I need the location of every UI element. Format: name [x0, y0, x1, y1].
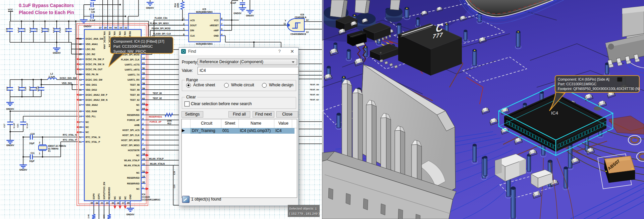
svg-text:L2: L2	[50, 73, 53, 75]
svg-text:NC: NC	[136, 188, 140, 190]
svg-text:2: 2	[39, 141, 40, 144]
svg-text:64: 64	[142, 107, 145, 110]
svg-text:NC: NC	[136, 104, 140, 106]
svg-text:GND0V: GND0V	[6, 144, 14, 146]
svg-text:63: 63	[142, 102, 145, 105]
svg-text:0.1uF: 0.1uF	[13, 123, 15, 128]
svg-text:C30: C30	[173, 184, 175, 188]
svg-text:ABS07-32.768KHz: ABS07-32.768KHz	[48, 145, 66, 147]
svg-text:0.1uF: 0.1uF	[41, 27, 43, 33]
svg-text:W25Q80BVSNIG: W25Q80BVSNIG	[196, 11, 213, 13]
svg-text:16: 16	[117, 202, 119, 204]
svg-text:0.1uF: 0.1uF	[59, 27, 61, 33]
svg-text:12: 12	[306, 19, 309, 21]
svg-text:R14: R14	[174, 3, 176, 7]
svg-text:100K: 100K	[167, 120, 172, 122]
svg-text:100K: 100K	[177, 3, 179, 8]
svg-text:LDO_IN2: LDO_IN2	[86, 53, 95, 55]
svg-text:32: 32	[124, 26, 127, 29]
svg-text:nRESET: nRESET	[210, 24, 219, 27]
svg-text:11: 11	[283, 23, 286, 25]
svg-text:VDD_DIG2: VDD_DIG2	[86, 89, 97, 91]
svg-text:C20: C20	[47, 28, 49, 32]
svg-text:GND: GND	[129, 194, 131, 200]
svg-text:1: 1	[183, 17, 184, 20]
svg-text:DCDC_DIG_SW: DCDC_DIG_SW	[60, 77, 77, 79]
svg-text:10uF: 10uF	[29, 86, 31, 91]
svg-text:UART1_TX: UART1_TX	[128, 74, 140, 76]
svg-text:DIN: DIN	[190, 29, 194, 32]
svg-text:C13: C13	[6, 87, 8, 91]
svg-text:HOST_SPI_MISO: HOST_SPI_MISO	[121, 144, 140, 146]
svg-text:0.1uF: 0.1uF	[230, 2, 236, 4]
svg-text:0.1uF: 0.1uF	[89, 8, 95, 10]
svg-text:6: 6	[183, 33, 184, 36]
svg-text:NC: NC	[136, 154, 140, 157]
svg-text:TEST_58: TEST_58	[130, 84, 140, 86]
svg-text:42: 42	[79, 68, 82, 71]
svg-text:3: 3	[221, 28, 222, 30]
svg-text:CD40938M96 B: CD40938M96 B	[290, 33, 306, 35]
svg-text:9: 9	[80, 83, 82, 86]
svg-text:6: 6	[142, 137, 144, 140]
svg-text:7: 7	[142, 142, 144, 145]
svg-text:IC4: IC4	[142, 193, 146, 195]
svg-text:2.4K: 2.4K	[88, 214, 90, 218]
svg-text:58: 58	[142, 82, 145, 85]
svg-text:HOSTINTR: HOSTINTR	[128, 149, 140, 151]
svg-text:VDD_PLL: VDD_PLL	[86, 115, 96, 118]
svg-text:VDD_DIG1: VDD_DIG1	[86, 84, 97, 86]
svg-text:TEST_59: TEST_59	[310, 88, 319, 91]
svg-text:C35: C35	[24, 87, 26, 91]
svg-text:LDO_IN1: LDO_IN1	[86, 48, 95, 50]
svg-text:DCDC_DIG_SW: DCDC_DIG_SW	[86, 79, 103, 81]
svg-text:SOP1: SOP1	[98, 193, 100, 200]
svg-text:53: 53	[142, 170, 145, 173]
svg-text:TEST_62: TEST_62	[130, 99, 140, 101]
svg-text:4: 4	[221, 33, 222, 36]
svg-text:35: 35	[91, 202, 93, 204]
svg-text:0.1uF: 0.1uF	[26, 123, 28, 128]
svg-text:GND0V: GND0V	[53, 52, 61, 54]
svg-text:1: 1	[142, 186, 144, 189]
svg-text:C19: C19	[36, 28, 38, 32]
svg-text:NC: NC	[86, 131, 89, 133]
svg-text:10pF: 10pF	[29, 142, 35, 145]
svg-text:10pF: 10pF	[29, 160, 35, 163]
svg-text:RESERVED1: RESERVED1	[149, 116, 162, 118]
svg-text:WLAN_XTALN: WLAN_XTALN	[150, 163, 165, 165]
svg-text:52: 52	[79, 136, 82, 139]
svg-text:FLASH_SPI_MOSI: FLASH_SPI_MOSI	[152, 27, 170, 30]
svg-text:FLASH_SPI_CLK: FLASH_SPI_CLK	[153, 33, 171, 35]
svg-text:TEST_62: TEST_62	[310, 98, 319, 101]
svg-text:VDD_RAM: VDD_RAM	[86, 110, 97, 113]
svg-text:Part: CC3100R11MRGC: Part: CC3100R11MRGC	[558, 82, 597, 86]
svg-text:nHIB: nHIB	[134, 124, 140, 126]
svg-text:RTC_XTAL_N: RTC_XTAL_N	[86, 136, 100, 138]
svg-text:Y: Y	[285, 19, 286, 22]
svg-text:nWP: nWP	[214, 29, 219, 32]
svg-text:34: 34	[96, 202, 98, 204]
svg-text:29: 29	[142, 175, 145, 178]
svg-text:20: 20	[112, 202, 114, 204]
svg-text:DCDC_PA_OUT: DCDC_PA_OUT	[86, 68, 103, 71]
svg-text:2: 2	[183, 23, 184, 25]
svg-text:CLK: CLK	[190, 35, 195, 37]
svg-text:Footprint: QFN65P50_900X900X10: Footprint: QFN65P50_900X900X100L40X24T73…	[558, 87, 640, 91]
svg-text:WLAN_XTALP: WLAN_XTALP	[124, 159, 140, 162]
svg-text:27: 27	[79, 121, 82, 124]
svg-text:Placed Close to Each Pin: Placed Close to Each Pin	[19, 10, 74, 15]
svg-text:47: 47	[79, 103, 82, 106]
svg-text:8: 8	[142, 127, 144, 130]
svg-text:24: 24	[79, 115, 82, 118]
svg-text:TEST_62: TEST_62	[153, 97, 162, 99]
svg-text:DCDC_ANA2_SW_P: DCDC_ANA2_SW_P	[86, 94, 107, 96]
svg-text:45: 45	[79, 93, 82, 96]
svg-text:5: 5	[183, 28, 184, 30]
svg-text:VDD_DIG: VDD_DIG	[62, 82, 72, 84]
svg-text:39: 39	[104, 26, 107, 29]
svg-text:HOST_SPI_MOSI: HOST_SPI_MOSI	[121, 139, 140, 141]
svg-text:DCDC_PA_SW_P: DCDC_PA_SW_P	[86, 58, 104, 60]
svg-text:18: 18	[142, 152, 145, 156]
svg-text:CD4093B A: CD4093B A	[295, 16, 307, 18]
